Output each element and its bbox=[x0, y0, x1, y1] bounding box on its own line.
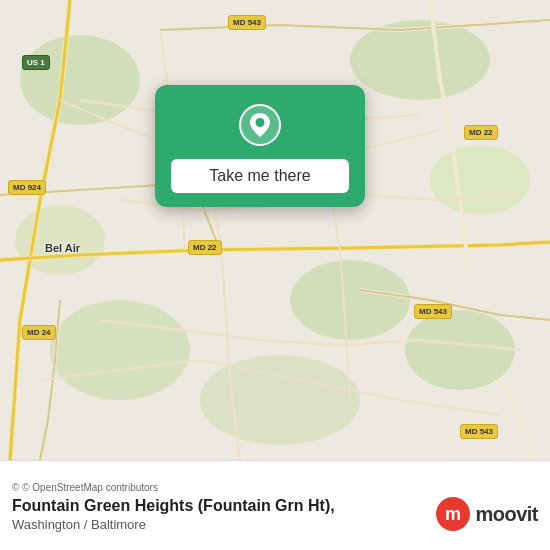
attribution-text: © OpenStreetMap contributors bbox=[22, 482, 158, 493]
road-badge-md543-br: MD 543 bbox=[414, 304, 452, 319]
moovit-logo: m moovit bbox=[435, 496, 538, 532]
svg-point-7 bbox=[200, 355, 360, 445]
location-pin-icon bbox=[238, 103, 282, 147]
take-me-there-button[interactable]: Take me there bbox=[171, 159, 349, 193]
svg-point-5 bbox=[405, 310, 515, 390]
bottom-info-bar: © © OpenStreetMap contributors Fountain … bbox=[0, 460, 550, 550]
road-badge-md543-br2: MD 543 bbox=[460, 424, 498, 439]
svg-point-10 bbox=[256, 118, 265, 127]
map-svg bbox=[0, 0, 550, 460]
map-view: US 1 MD 543 MD 22 MD 924 MD 22 MD 24 MD … bbox=[0, 0, 550, 460]
svg-point-2 bbox=[350, 20, 490, 100]
moovit-brand-text: moovit bbox=[475, 503, 538, 526]
copyright-line: © © OpenStreetMap contributors bbox=[12, 482, 538, 493]
road-badge-md22-right: MD 22 bbox=[464, 125, 498, 140]
road-badge-md543-top: MD 543 bbox=[228, 15, 266, 30]
svg-point-3 bbox=[430, 145, 530, 215]
road-badge-md924: MD 924 bbox=[8, 180, 46, 195]
moovit-icon: m bbox=[435, 496, 471, 532]
road-badge-us1: US 1 bbox=[22, 55, 50, 70]
bel-air-label: Bel Air bbox=[45, 242, 80, 254]
svg-point-6 bbox=[50, 300, 190, 400]
road-badge-md22-bottom: MD 22 bbox=[188, 240, 222, 255]
road-badge-md24: MD 24 bbox=[22, 325, 56, 340]
copyright-icon: © bbox=[12, 482, 19, 493]
location-popup: Take me there bbox=[155, 85, 365, 207]
svg-point-4 bbox=[290, 260, 410, 340]
app-container: US 1 MD 543 MD 22 MD 924 MD 22 MD 24 MD … bbox=[0, 0, 550, 550]
svg-text:m: m bbox=[445, 504, 461, 524]
svg-point-1 bbox=[20, 35, 140, 125]
